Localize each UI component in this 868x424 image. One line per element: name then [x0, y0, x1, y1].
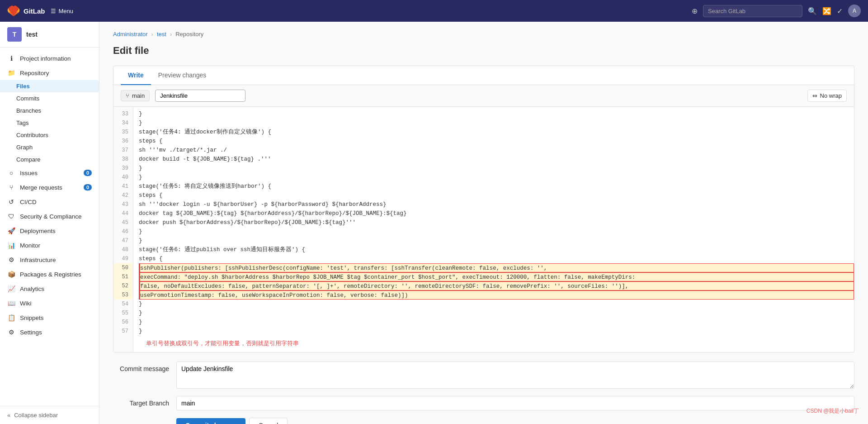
sidebar-item-repository[interactable]: 📁 Repository [0, 66, 99, 80]
menu-button[interactable]: ☰ Menu [51, 8, 74, 14]
commit-changes-button[interactable]: Commit changes [176, 418, 245, 424]
sidebar-item-files[interactable]: Files [0, 80, 99, 92]
wiki-icon: 📖 [7, 300, 15, 307]
avatar-initials: A [853, 8, 856, 14]
new-item-icon[interactable]: ⊕ [692, 7, 698, 15]
sidebar-item-label: Snippets [20, 314, 44, 321]
breadcrumb-project[interactable]: test [157, 31, 166, 38]
issues-badge: 0 [84, 170, 92, 176]
navbar-brand-text: GitLab [24, 7, 45, 15]
line-numbers: 3334353637383940414243444546474849505152… [113, 107, 133, 352]
chevron-left-icon: « [7, 412, 10, 419]
sidebar-item-label: Merge requests [20, 184, 62, 191]
commit-section: Commit message Target Branch Commit chan… [113, 353, 854, 424]
sidebar-item-analytics[interactable]: 📈 Analytics [0, 281, 99, 296]
sidebar-item-cicd[interactable]: ↺ CI/CD [0, 195, 99, 209]
no-wrap-button[interactable]: ⇔ No wrap [807, 90, 847, 102]
sidebar-item-security[interactable]: 🛡 Security & Compliance [0, 209, 99, 224]
no-wrap-icon: ⇔ [812, 92, 817, 99]
editor-tabs: Write Preview changes [113, 66, 854, 85]
sidebar-item-label: Infrastructure [20, 257, 56, 263]
editor-card: Write Preview changes ⑂ main ⇔ No wrap 3… [113, 66, 854, 353]
sidebar-item-label: Monitor [20, 242, 40, 249]
tab-write[interactable]: Write [121, 66, 151, 85]
sidebar-item-wiki[interactable]: 📖 Wiki [0, 296, 99, 310]
user-avatar[interactable]: A [848, 5, 861, 17]
code-review-icon[interactable]: 🔀 [822, 7, 831, 15]
tab-preview[interactable]: Preview changes [151, 66, 214, 85]
target-branch-input[interactable] [176, 396, 854, 410]
branch-selector[interactable]: ⑂ main [121, 90, 150, 101]
navbar-logo[interactable]: GitLab [7, 5, 45, 17]
sidebar-item-graph[interactable]: Graph [0, 141, 99, 153]
todo-icon[interactable]: ✓ [837, 7, 843, 15]
issues-icon: ○ [7, 169, 15, 176]
sidebar-item-monitor[interactable]: 📊 Monitor [0, 238, 99, 252]
search-input[interactable] [703, 5, 802, 17]
sidebar-item-label: Security & Compliance [20, 213, 82, 220]
no-wrap-label: No wrap [820, 92, 842, 99]
project-name: test [26, 31, 38, 38]
sidebar-item-label: Repository [20, 70, 49, 76]
sidebar-item-snippets[interactable]: 📋 Snippets [0, 310, 99, 325]
sidebar-item-label: Wiki [20, 300, 32, 307]
page-title: Edit file [113, 45, 854, 57]
sidebar-item-label: Commits [16, 95, 39, 102]
sidebar: T test ℹ Project information 📁 Repositor… [0, 22, 99, 424]
sidebar-collapse-button[interactable]: « Collapse sidebar [0, 406, 99, 424]
filename-input[interactable] [155, 90, 245, 102]
sidebar-item-infrastructure[interactable]: ⚙ Infrastructure [0, 252, 99, 267]
sidebar-item-label: Analytics [20, 286, 44, 292]
sidebar-item-issues[interactable]: ○ Issues 0 [0, 166, 99, 180]
sidebar-item-label: Graph [16, 144, 33, 151]
merge-requests-icon: ⑂ [7, 184, 15, 191]
folder-icon: 📁 [7, 69, 15, 76]
cancel-button[interactable]: Cancel [249, 418, 288, 424]
sidebar-item-contributors[interactable]: Contributors [0, 129, 99, 141]
analytics-icon: 📈 [7, 285, 15, 292]
target-branch-label: Target Branch [113, 396, 176, 407]
sidebar-item-commits[interactable]: Commits [0, 92, 99, 105]
commit-message-input[interactable] [176, 362, 854, 389]
sidebar-navigation: ℹ Project information 📁 Repository Files… [0, 48, 99, 406]
sidebar-item-label: Files [16, 83, 30, 90]
sidebar-item-label: CI/CD [20, 199, 37, 205]
action-buttons-row: Commit changes Cancel [113, 418, 854, 424]
navbar: GitLab ☰ Menu ⊕ 🔍 🔀 ✓ A [0, 0, 868, 22]
sidebar-item-label: Settings [20, 329, 42, 336]
packages-icon: 📦 [7, 271, 15, 278]
sidebar-item-project-information[interactable]: ℹ Project information [0, 51, 99, 66]
breadcrumb-admin[interactable]: Administrator [113, 31, 148, 38]
content-area: Administrator › test › Repository Edit f… [99, 22, 868, 424]
project-initial: T [13, 31, 17, 38]
collapse-label: Collapse sidebar [14, 412, 58, 419]
sidebar-item-label: Packages & Registries [20, 271, 81, 278]
code-editor[interactable]: 3334353637383940414243444546474849505152… [113, 107, 854, 352]
code-content[interactable]: } } stage('任务4: 通过docker制作自定义镜像') { step… [133, 107, 854, 352]
sidebar-item-deployments[interactable]: 🚀 Deployments [0, 224, 99, 238]
sidebar-item-label: Contributors [16, 132, 48, 138]
menu-label: Menu [59, 8, 74, 14]
sidebar-item-label: Branches [16, 107, 41, 114]
search-icon[interactable]: 🔍 [808, 7, 817, 15]
breadcrumb: Administrator › test › Repository [113, 31, 854, 38]
sidebar-item-packages[interactable]: 📦 Packages & Registries [0, 267, 99, 281]
merge-requests-badge: 0 [84, 184, 92, 191]
sidebar-item-settings[interactable]: ⚙ Settings [0, 325, 99, 339]
sidebar-item-compare[interactable]: Compare [0, 153, 99, 166]
editor-toolbar: ⑂ main ⇔ No wrap [113, 85, 854, 107]
sidebar-item-label: Deployments [20, 228, 56, 234]
cicd-icon: ↺ [7, 198, 15, 205]
commit-message-row: Commit message [113, 362, 854, 389]
breadcrumb-sep-2: › [170, 31, 172, 38]
snippets-icon: 📋 [7, 314, 15, 321]
sidebar-project-header[interactable]: T test [0, 22, 99, 48]
breadcrumb-sep-1: › [151, 31, 153, 38]
gitlab-logo-icon [7, 5, 20, 17]
sidebar-item-tags[interactable]: Tags [0, 117, 99, 129]
hamburger-icon: ☰ [51, 8, 56, 14]
sidebar-item-merge-requests[interactable]: ⑂ Merge requests 0 [0, 180, 99, 195]
sidebar-item-branches[interactable]: Branches [0, 105, 99, 117]
sidebar-item-label: Tags [16, 119, 28, 126]
sidebar-item-label: Project information [20, 55, 71, 62]
